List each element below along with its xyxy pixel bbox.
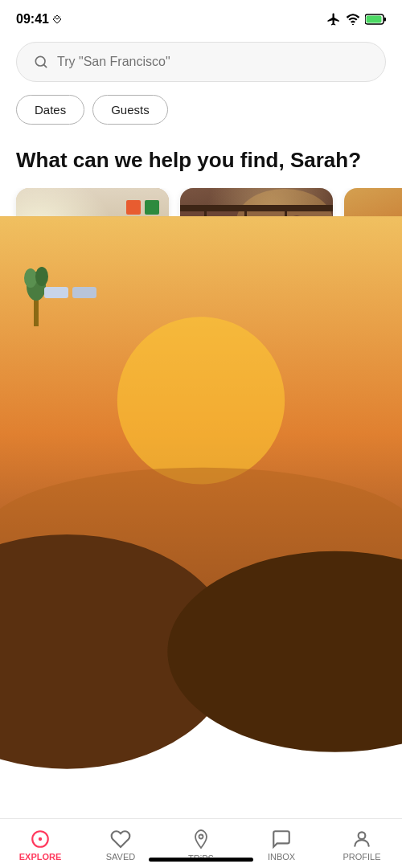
category-scroll: Stays [0, 188, 402, 342]
heart-icon [110, 829, 131, 850]
profile-label: PROFILE [343, 852, 380, 862]
saved-label: SAVED [106, 852, 135, 862]
svg-point-38 [39, 837, 42, 841]
adventures-image [344, 188, 402, 293]
inbox-icon [271, 829, 292, 850]
svg-point-8 [35, 267, 48, 286]
explore-icon [30, 829, 51, 850]
inbox-label: INBOX [268, 852, 295, 862]
svg-point-39 [199, 835, 203, 839]
nav-item-explore[interactable]: EXPLORE [0, 829, 80, 862]
nav-item-trips[interactable]: TRiPS [161, 827, 241, 863]
nav-item-inbox[interactable]: INBOX [241, 829, 322, 862]
profile-icon [351, 829, 372, 850]
svg-point-7 [24, 268, 37, 288]
adventures-silhouette [344, 188, 402, 293]
trips-label: TRiPS [188, 854, 214, 863]
pillow-1 [44, 287, 68, 298]
nav-item-saved[interactable]: SAVED [80, 829, 161, 862]
svg-rect-30 [344, 216, 402, 292]
nav-item-profile[interactable]: PROFILE [322, 829, 402, 862]
pillow-2 [72, 287, 96, 298]
bottom-nav: EXPLORE SAVED TRiPS INBOX PROFILE [0, 818, 402, 868]
explore-label: EXPLORE [19, 852, 62, 862]
svg-point-40 [359, 832, 366, 839]
category-card-adventures[interactable]: Adv [344, 188, 402, 326]
trips-icon [189, 827, 213, 851]
